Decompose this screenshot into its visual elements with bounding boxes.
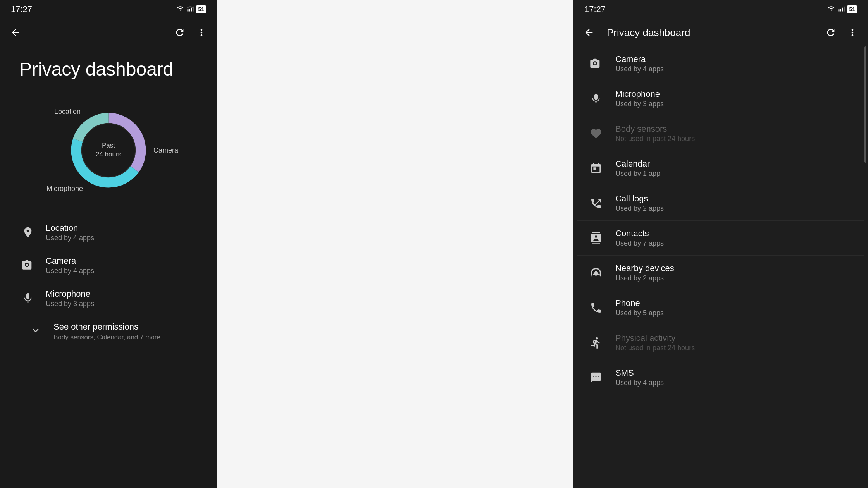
- right-perm-name-call-logs: Call logs: [615, 194, 664, 204]
- right-perm-status-nearby-devices: Used by 2 apps: [615, 274, 674, 282]
- right-perm-status-sms: Used by 4 apps: [615, 379, 664, 387]
- refresh-button-right[interactable]: [823, 25, 839, 40]
- right-perm-call-logs[interactable]: Call logs Used by 2 apps: [577, 186, 864, 221]
- perm-status-camera-left: Used by 4 apps: [46, 267, 94, 275]
- battery-right: 51: [847, 5, 857, 13]
- contacts-icon: [587, 230, 604, 247]
- chart-center-line1: Past: [96, 141, 121, 150]
- more-button-left[interactable]: [194, 25, 209, 40]
- right-perm-sms[interactable]: SMS Used by 4 apps: [577, 360, 864, 395]
- right-perm-name-sms: SMS: [615, 368, 664, 378]
- back-button-right[interactable]: [581, 25, 597, 40]
- right-perm-text-calendar: Calendar Used by 1 app: [615, 159, 660, 178]
- right-perm-name-nearby-devices: Nearby devices: [615, 263, 674, 273]
- top-bar-right: Privacy dashboard: [574, 19, 868, 46]
- permission-list-left: Location Used by 4 apps Camera Used by 4…: [0, 212, 217, 488]
- chart-center-line2: 24 hours: [96, 150, 121, 160]
- svg-point-9: [26, 264, 28, 266]
- svg-rect-13: [844, 6, 845, 11]
- right-perm-body-sensors[interactable]: Body sensors Not used in past 24 hours: [577, 116, 864, 151]
- perm-item-location[interactable]: Location Used by 4 apps: [12, 216, 205, 249]
- status-icons-right: 51: [827, 5, 857, 14]
- back-button-left[interactable]: [8, 25, 23, 40]
- right-perm-contacts[interactable]: Contacts Used by 7 apps: [577, 221, 864, 256]
- right-perm-status-phone: Used by 5 apps: [615, 309, 664, 317]
- right-perm-name-contacts: Contacts: [615, 229, 664, 239]
- body-sensors-icon: [587, 125, 604, 142]
- call-logs-icon: [587, 195, 604, 212]
- donut-chart[interactable]: Past 24 hours: [66, 108, 151, 193]
- right-perm-status-body-sensors: Not used in past 24 hours: [615, 135, 695, 143]
- svg-rect-10: [839, 9, 840, 11]
- perm-name-camera-left: Camera: [46, 256, 94, 266]
- camera-icon-left: [19, 257, 36, 274]
- svg-rect-0: [188, 9, 189, 11]
- time-right: 17:27: [584, 4, 606, 14]
- perm-text-location: Location Used by 4 apps: [46, 223, 94, 242]
- page-title-left: Privacy dashboard: [0, 46, 217, 88]
- perm-status-microphone-left: Used by 3 apps: [46, 300, 94, 308]
- camera-icon-right: [587, 55, 604, 72]
- right-perm-name-microphone: Microphone: [615, 89, 664, 99]
- more-button-right[interactable]: [845, 25, 860, 40]
- right-perm-phone[interactable]: Phone Used by 5 apps: [577, 290, 864, 325]
- status-bar-right: 17:27 51: [574, 0, 868, 19]
- perm-text-camera-left: Camera Used by 4 apps: [46, 256, 94, 275]
- right-perm-text-call-logs: Call logs Used by 2 apps: [615, 194, 664, 213]
- wifi-icon-right: [827, 5, 835, 14]
- right-perm-name-calendar: Calendar: [615, 159, 660, 169]
- right-perm-status-calendar: Used by 1 app: [615, 170, 660, 178]
- svg-rect-11: [840, 9, 841, 12]
- scroll-indicator[interactable]: [864, 46, 866, 163]
- perm-item-microphone-left[interactable]: Microphone Used by 3 apps: [12, 282, 205, 315]
- sms-icon: [587, 369, 604, 386]
- top-bar-left: [0, 19, 217, 46]
- right-perm-name-body-sensors: Body sensors: [615, 124, 695, 134]
- chart-area: Location Camera Microphone Past: [0, 96, 217, 204]
- time-left: 17:27: [11, 4, 32, 14]
- right-perm-text-nearby-devices: Nearby devices Used by 2 apps: [615, 263, 674, 282]
- right-perm-name-physical-activity: Physical activity: [615, 333, 695, 343]
- page-title-right: Privacy dashboard: [603, 27, 817, 39]
- right-perm-text-body-sensors: Body sensors Not used in past 24 hours: [615, 124, 695, 143]
- right-perm-calendar[interactable]: Calendar Used by 1 app: [577, 151, 864, 186]
- right-perm-status-physical-activity: Not used in past 24 hours: [615, 344, 695, 352]
- chart-label-camera: Camera: [153, 146, 178, 154]
- right-perm-microphone[interactable]: Microphone Used by 3 apps: [577, 81, 864, 116]
- physical-activity-icon: [587, 334, 604, 351]
- location-icon: [19, 224, 36, 241]
- calendar-icon: [587, 160, 604, 177]
- phone-left-panel: 17:27 51 Privacy dashboard Location: [0, 0, 217, 488]
- right-perm-text-microphone: Microphone Used by 3 apps: [615, 89, 664, 108]
- middle-area: [217, 0, 574, 488]
- perm-item-camera-left[interactable]: Camera Used by 4 apps: [12, 249, 205, 282]
- refresh-button-left[interactable]: [172, 25, 188, 40]
- svg-point-14: [594, 62, 596, 64]
- battery-left: 51: [196, 5, 206, 13]
- status-icons-left: 51: [176, 5, 206, 14]
- perm-text-microphone-left: Microphone Used by 3 apps: [46, 289, 94, 308]
- perm-name-microphone-left: Microphone: [46, 289, 94, 299]
- see-other-text: See other permissions Body sensors, Cale…: [53, 322, 160, 341]
- right-perm-text-sms: SMS Used by 4 apps: [615, 368, 664, 387]
- right-permission-list: Camera Used by 4 apps Microphone Used by…: [574, 46, 868, 488]
- right-perm-camera[interactable]: Camera Used by 4 apps: [577, 46, 864, 81]
- microphone-icon-left: [19, 290, 36, 307]
- right-perm-nearby-devices[interactable]: Nearby devices Used by 2 apps: [577, 256, 864, 290]
- perm-name-location: Location: [46, 223, 94, 233]
- right-perm-text-contacts: Contacts Used by 7 apps: [615, 229, 664, 247]
- signal-icon-left: [187, 5, 194, 14]
- microphone-icon-right: [587, 90, 604, 107]
- svg-rect-1: [189, 9, 190, 12]
- signal-icon-right: [838, 5, 845, 14]
- right-perm-text-camera: Camera Used by 4 apps: [615, 54, 664, 73]
- see-other-sublabel: Body sensors, Calendar, and 7 more: [53, 333, 160, 341]
- see-other-label: See other permissions: [53, 322, 160, 332]
- svg-rect-2: [191, 7, 192, 11]
- right-perm-physical-activity[interactable]: Physical activity Not used in past 24 ho…: [577, 325, 864, 360]
- status-bar-left: 17:27 51: [0, 0, 217, 19]
- right-perm-status-microphone: Used by 3 apps: [615, 100, 664, 108]
- perm-status-location: Used by 4 apps: [46, 234, 94, 242]
- see-other-permissions[interactable]: See other permissions Body sensors, Cale…: [19, 315, 205, 348]
- wifi-icon-left: [176, 5, 184, 14]
